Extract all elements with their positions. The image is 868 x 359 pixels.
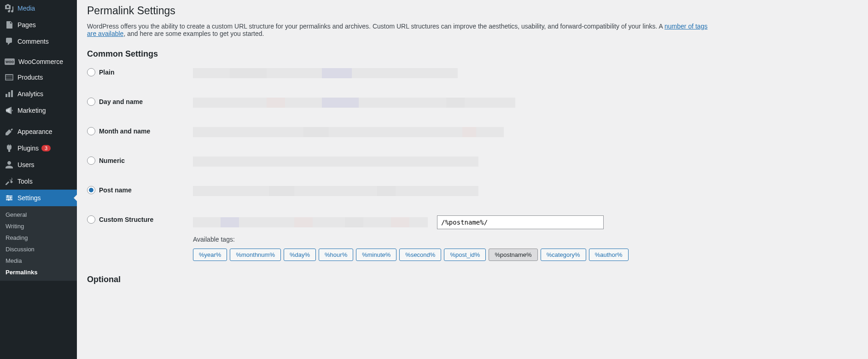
sidebar-item-users[interactable]: Users	[0, 156, 77, 173]
page-title: Permalink Settings	[87, 5, 859, 17]
marketing-icon	[5, 106, 14, 115]
svg-rect-8	[10, 197, 11, 199]
sidebar-item-label: Settings	[17, 194, 41, 202]
tools-icon	[5, 177, 14, 186]
tag-day[interactable]: %day%	[284, 249, 316, 261]
svg-rect-9	[8, 199, 9, 201]
plugins-update-badge: 3	[41, 145, 51, 151]
submenu-discussion[interactable]: Discussion	[0, 243, 77, 255]
svg-rect-2	[8, 92, 10, 97]
radio-label[interactable]: Custom Structure	[99, 216, 153, 223]
sidebar-item-tools[interactable]: Tools	[0, 173, 77, 190]
common-settings-heading: Common Settings	[87, 49, 859, 59]
sidebar-item-label: Tools	[17, 178, 33, 185]
woocommerce-icon: woo	[5, 58, 15, 65]
plugins-icon	[5, 144, 14, 153]
option-row-day-name: Day and name	[87, 98, 859, 108]
option-row-numeric: Numeric	[87, 156, 859, 167]
sidebar-item-label: WooCommerce	[18, 58, 63, 65]
sidebar-item-label: Marketing	[17, 107, 46, 114]
available-tags-label: Available tags:	[193, 236, 859, 243]
comments-icon	[5, 37, 14, 46]
appearance-icon	[5, 127, 14, 136]
analytics-icon	[5, 89, 14, 98]
svg-rect-4	[6, 196, 12, 197]
option-row-month-name: Month and name	[87, 127, 859, 137]
sidebar-item-label: Pages	[17, 21, 36, 29]
custom-structure-row	[193, 215, 859, 229]
sidebar-item-settings[interactable]: Settings	[0, 190, 77, 206]
example-month-name	[193, 127, 859, 137]
tag-hour[interactable]: %hour%	[319, 249, 353, 261]
tag-year[interactable]: %year%	[193, 249, 227, 261]
example-day-name	[193, 98, 859, 108]
example-plain	[193, 68, 859, 78]
sidebar-item-label: Comments	[17, 38, 49, 45]
sidebar-item-label: Products	[17, 74, 43, 81]
radio-plain[interactable]	[87, 68, 95, 76]
sidebar-item-label: Plugins	[17, 145, 39, 152]
svg-rect-1	[6, 94, 7, 97]
radio-label[interactable]: Month and name	[99, 127, 150, 135]
main-content: Permalink Settings WordPress offers you …	[77, 0, 868, 359]
media-icon	[5, 4, 14, 13]
pages-icon	[5, 20, 14, 29]
radio-custom[interactable]	[87, 215, 95, 224]
submenu-media[interactable]: Media	[0, 255, 77, 266]
radio-post-name[interactable]	[87, 186, 95, 194]
sidebar-item-media[interactable]: Media	[0, 0, 77, 17]
radio-label[interactable]: Post name	[99, 186, 132, 194]
tag-buttons: %year% %monthnum% %day% %hour% %minute% …	[193, 249, 859, 261]
custom-structure-input[interactable]	[437, 215, 604, 229]
sidebar-item-pages[interactable]: Pages	[0, 17, 77, 33]
sidebar-item-comments[interactable]: Comments	[0, 33, 77, 50]
radio-label[interactable]: Day and name	[99, 98, 143, 105]
tag-post-id[interactable]: %post_id%	[444, 249, 486, 261]
option-row-custom: Custom Structure Available tags: %year% …	[87, 215, 859, 261]
optional-heading: Optional	[87, 275, 859, 284]
tag-monthnum[interactable]: %monthnum%	[230, 249, 281, 261]
sidebar-item-woocommerce[interactable]: woo WooCommerce	[0, 54, 77, 69]
sidebar-item-appearance[interactable]: Appearance	[0, 123, 77, 140]
radio-label[interactable]: Plain	[99, 69, 114, 76]
example-post-name	[193, 186, 859, 196]
page-description: WordPress offers you the ability to crea…	[87, 23, 713, 37]
example-numeric	[193, 156, 859, 167]
sidebar-item-analytics[interactable]: Analytics	[0, 86, 77, 102]
settings-submenu: General Writing Reading Discussion Media…	[0, 206, 77, 281]
submenu-permalinks[interactable]: Permalinks	[0, 266, 77, 278]
sidebar-item-products[interactable]: Products	[0, 69, 77, 86]
settings-icon	[5, 193, 14, 203]
tag-category[interactable]: %category%	[541, 249, 586, 261]
sidebar-item-marketing[interactable]: Marketing	[0, 102, 77, 119]
submenu-reading[interactable]: Reading	[0, 232, 77, 243]
sidebar-item-label: Users	[17, 161, 35, 168]
sidebar-item-plugins[interactable]: Plugins 3	[0, 140, 77, 156]
tag-author[interactable]: %author%	[589, 249, 629, 261]
submenu-general[interactable]: General	[0, 209, 77, 220]
radio-label[interactable]: Numeric	[99, 157, 125, 164]
svg-rect-7	[7, 195, 8, 197]
option-row-post-name: Post name	[87, 186, 859, 196]
sidebar-item-label: Appearance	[17, 128, 52, 135]
radio-numeric[interactable]	[87, 156, 95, 165]
admin-sidebar: Media Pages Comments woo WooCommerce Pro…	[0, 0, 77, 359]
sidebar-item-label: Analytics	[17, 90, 43, 98]
sidebar-item-label: Media	[17, 5, 35, 12]
radio-day-name[interactable]	[87, 98, 95, 106]
products-icon	[5, 73, 14, 82]
tag-minute[interactable]: %minute%	[356, 249, 396, 261]
tag-second[interactable]: %second%	[399, 249, 441, 261]
option-row-plain: Plain	[87, 68, 859, 78]
tag-postname[interactable]: %postname%	[489, 249, 537, 261]
svg-rect-5	[6, 197, 12, 198]
radio-month-name[interactable]	[87, 127, 95, 135]
users-icon	[5, 160, 14, 169]
submenu-writing[interactable]: Writing	[0, 220, 77, 232]
svg-rect-3	[11, 90, 13, 97]
